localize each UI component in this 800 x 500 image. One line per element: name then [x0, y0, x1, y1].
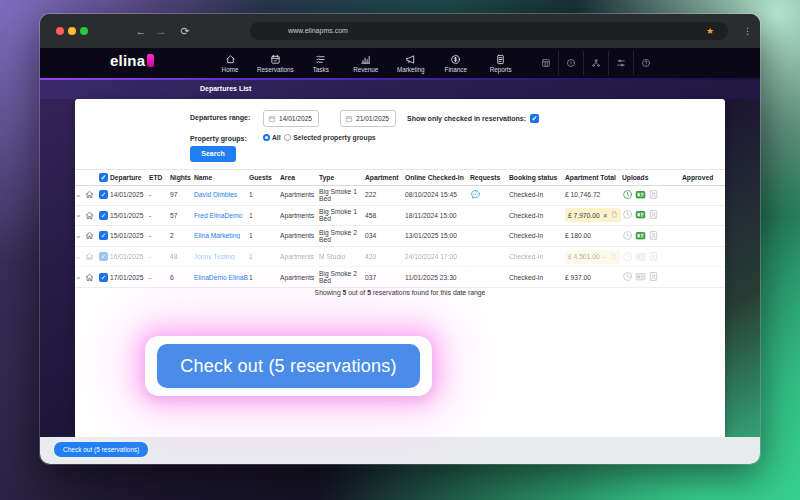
table-row: ⌄ ✓ 16/01/2025 - 48 Jonny Testing 1 Apar… [75, 247, 725, 268]
cell-uploads [622, 189, 682, 201]
property-house-icon [85, 231, 99, 240]
bookmark-star-icon[interactable]: ★ [706, 26, 714, 36]
person-badge-icon[interactable] [648, 251, 659, 263]
id-card-icon[interactable] [635, 251, 646, 263]
id-card-icon[interactable] [635, 271, 646, 283]
property-house-icon [85, 211, 99, 220]
browser-menu-icon[interactable]: ⋮ [743, 22, 752, 40]
nav-item-revenue[interactable]: Revenue [348, 48, 384, 78]
expand-row-icon[interactable]: ⌄ [75, 273, 85, 281]
history-clock-icon[interactable] [622, 251, 633, 263]
expand-row-icon[interactable]: ⌄ [75, 211, 85, 219]
cell-online-checked-in: 13/01/2025 15:00 [405, 232, 470, 239]
person-badge-icon[interactable] [648, 209, 659, 221]
search-button[interactable]: Search [190, 146, 236, 162]
checkout-button-large[interactable]: Check out (5 reservations) [157, 344, 420, 388]
history-clock-icon[interactable] [622, 189, 633, 201]
back-icon[interactable]: ← [132, 22, 150, 40]
guest-name-link[interactable]: Fred ElinaDemo [194, 212, 249, 219]
person-badge-icon[interactable] [648, 271, 659, 283]
checked-in-checkbox[interactable]: ✓ [530, 114, 539, 123]
cell-departure: 16/01/2025 [110, 253, 149, 260]
url-bar[interactable]: www.elinapms.com ★ [250, 22, 728, 40]
property-house-icon [85, 252, 99, 261]
cell-nights: 48 [170, 253, 194, 260]
minimize-window-button[interactable] [68, 27, 76, 35]
row-checkbox[interactable]: ✓ [99, 211, 108, 220]
history-clock-icon[interactable] [622, 271, 633, 283]
cell-apartment: 034 [365, 232, 405, 239]
row-checkbox[interactable]: ✓ [99, 273, 108, 282]
guest-name-link[interactable]: David Dimbles [194, 191, 249, 198]
finance-icon [450, 54, 461, 65]
radio-all[interactable] [263, 134, 270, 141]
column-header: Uploads [622, 174, 682, 181]
maximize-window-button[interactable] [80, 27, 88, 35]
cell-uploads [622, 209, 682, 221]
nav-item-finance[interactable]: Finance [438, 48, 474, 78]
note-doc-icon[interactable] [611, 210, 618, 220]
checkout-button-small[interactable]: Check out (5 reservations) [54, 442, 148, 457]
cell-etd: - [149, 253, 170, 260]
expand-row-icon[interactable]: ⌄ [75, 191, 85, 199]
expand-row-icon[interactable]: ⌄ [75, 232, 85, 240]
cell-etd: - [149, 191, 170, 198]
date-to-value: 21/01/2025 [356, 115, 389, 122]
browser-window: ← → ⟳ www.elinapms.com ★ ⋮ elina Home Re… [40, 14, 760, 464]
cell-online-checked-in: 11/01/2025 23:30 [405, 274, 470, 281]
marketing-icon [405, 54, 416, 65]
app-logo[interactable]: elina [110, 52, 154, 69]
page-footer: Check out (5 reservations) [40, 437, 760, 464]
history-clock-icon[interactable] [622, 230, 633, 242]
cell-booking-status: Checked-In [509, 274, 565, 281]
expand-row-icon[interactable]: ⌄ [75, 253, 85, 261]
column-header: Requests [470, 174, 509, 181]
id-card-icon[interactable] [635, 209, 646, 221]
radio-all-label: All [272, 134, 281, 141]
select-all-checkbox[interactable]: ✓ [99, 173, 108, 182]
cell-area: Apartments [280, 232, 319, 239]
column-header: Area [280, 174, 319, 181]
settings-icon[interactable] [608, 51, 633, 75]
help-icon[interactable] [633, 51, 658, 75]
sitemap-icon[interactable] [583, 51, 608, 75]
nav-item-home[interactable]: Home [212, 48, 248, 78]
cell-online-checked-in: 24/10/2024 17:00 [405, 253, 470, 260]
results-summary: Showing 5 out of 5 reservations found fo… [75, 289, 725, 296]
person-badge-icon[interactable] [648, 230, 659, 242]
row-checkbox[interactable]: ✓ [99, 252, 108, 261]
nav-item-label: Tasks [313, 66, 329, 73]
nav-item-tasks[interactable]: Tasks [303, 48, 339, 78]
close-window-button[interactable] [56, 27, 64, 35]
person-badge-icon[interactable] [648, 189, 659, 201]
note-doc-icon[interactable] [610, 252, 617, 262]
nav-item-reports[interactable]: Reports [483, 48, 519, 78]
request-chat-bubble-icon[interactable] [470, 194, 481, 201]
status-circle-icon[interactable] [558, 51, 583, 75]
id-card-icon[interactable] [635, 189, 646, 201]
date-to-input[interactable]: 21/01/2025 [340, 110, 396, 127]
checked-in-label: Show only checked in reservations: [407, 115, 526, 122]
nav-item-reservations[interactable]: Reservations [257, 48, 294, 78]
radio-selected-groups[interactable] [284, 134, 291, 141]
reload-icon[interactable]: ⟳ [176, 22, 194, 40]
cell-nights: 57 [170, 212, 194, 219]
row-checkbox[interactable]: ✓ [99, 231, 108, 240]
date-from-input[interactable]: 14/01/2025 [263, 110, 319, 127]
guest-name-link[interactable]: Jonny Testing [194, 253, 249, 260]
guest-name-link[interactable]: Elina Marketing [194, 232, 249, 239]
cell-apartment: 458 [365, 212, 405, 219]
cell-nights: 2 [170, 232, 194, 239]
cell-etd: - [149, 212, 170, 219]
calendar-grid-icon[interactable] [534, 51, 558, 75]
id-card-icon[interactable] [635, 230, 646, 242]
row-checkbox[interactable]: ✓ [99, 190, 108, 199]
property-groups-label: Property groups: [190, 135, 247, 142]
page-viewport: Departures List Departures range: 14/01/… [40, 80, 760, 464]
history-clock-icon[interactable] [622, 209, 633, 221]
nav-item-marketing[interactable]: Marketing [393, 48, 429, 78]
forward-icon[interactable]: → [152, 22, 170, 40]
cell-etd: - [149, 274, 170, 281]
table-row: ⌄ ✓ 15/01/2025 - 2 Elina Marketing 1 Apa… [75, 226, 725, 247]
guest-name-link[interactable]: ElinaDemo ElinaB [194, 274, 249, 281]
